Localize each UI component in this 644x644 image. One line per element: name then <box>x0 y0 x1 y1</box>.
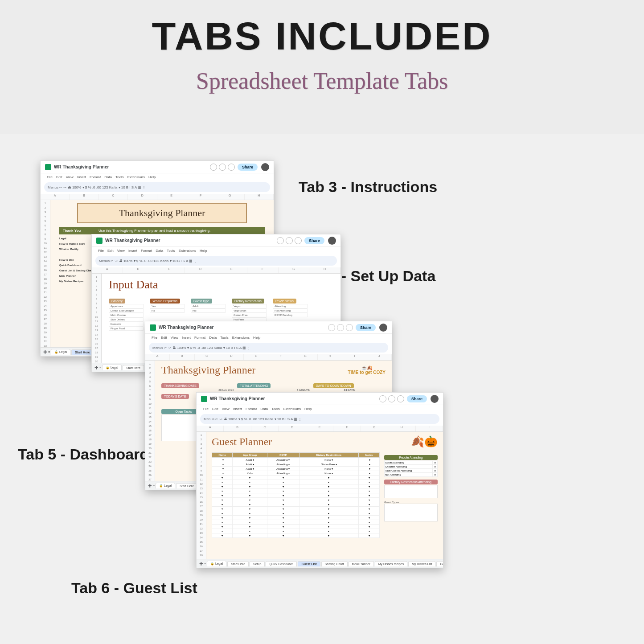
menu-bar[interactable]: FileEditViewInsertFormatDataToolsExtensi… <box>41 173 274 180</box>
tab-legal[interactable]: 🔒 Legal <box>207 561 226 566</box>
tab-meal-planner[interactable]: Meal Planner <box>349 561 374 566</box>
sheets-icon <box>150 324 156 331</box>
avatar[interactable] <box>379 324 387 332</box>
tab-start-here[interactable]: Start Here <box>71 349 93 355</box>
tab-quick-dashboard[interactable]: Quick Dashboard <box>266 561 297 566</box>
preview-canvas: Tab 3 - Instructions Tab 4 - Set Up Data… <box>0 134 644 644</box>
comment-icon[interactable] <box>286 237 293 244</box>
meet-icon[interactable] <box>397 395 404 402</box>
tab-grocery-shopping-list[interactable]: Grocery Shopping List <box>436 561 443 566</box>
meet-icon[interactable] <box>295 237 302 244</box>
history-icon[interactable] <box>379 395 386 402</box>
avatar[interactable] <box>328 237 336 245</box>
tab-legal[interactable]: 🔒 Legal <box>102 365 122 370</box>
banner-title: Thanksgiving Planner <box>119 207 205 218</box>
toolbar[interactable]: Menus ⤺ ⤻ 🖶 100% ▾ $ % .0 .00 123 Karla … <box>44 182 270 192</box>
tab-seating-chart[interactable]: Seating Chart <box>321 561 348 566</box>
label-tab5: Tab 5 - Dashboard <box>18 446 149 463</box>
share-button[interactable]: Share <box>238 164 258 171</box>
comment-icon[interactable] <box>219 164 226 171</box>
sheets-icon <box>45 164 51 170</box>
tab-guest-list[interactable]: Guest List <box>298 561 320 566</box>
avatar[interactable] <box>261 163 269 171</box>
input-data-heading: Input Data <box>109 278 333 291</box>
menu-bar[interactable]: FileEditViewInsertFormatDataToolsExtensi… <box>92 247 340 254</box>
menu-bar[interactable]: FileEditViewInsertFormatDataToolsExtensi… <box>197 405 443 412</box>
share-button[interactable]: Share <box>407 395 427 402</box>
comment-icon[interactable] <box>388 395 395 402</box>
tab-my-dishes-list[interactable]: My Dishes List <box>408 561 436 566</box>
page-title: TABS INCLUDED <box>0 13 644 59</box>
meet-icon[interactable] <box>228 164 235 171</box>
meet-icon[interactable] <box>346 324 353 331</box>
avatar[interactable] <box>431 395 439 403</box>
sheets-icon <box>201 396 207 402</box>
tab-start-here[interactable]: Start Here <box>176 483 197 488</box>
toolbar[interactable]: Menus ⤺ ⤻ 🖶 100% ▾ $ % .0 .00 123 Karla … <box>149 343 388 353</box>
tab-legal[interactable]: 🔒 Legal <box>51 349 70 355</box>
dietary-header: Dietary Restrictions Attending <box>384 480 438 484</box>
doc-name: WR Thanksgiving Planner <box>54 164 109 169</box>
dashboard-heading: Thanksgiving Planner <box>161 364 255 376</box>
tab-my-dishes-recipes[interactable]: My Dishes recipes <box>375 561 407 566</box>
toolbar[interactable]: Menus ⤺ ⤻ 🖶 100% ▾ $ % .0 .00 123 Karla … <box>200 414 439 424</box>
tab-start-here[interactable]: Start Here <box>227 561 249 566</box>
history-icon[interactable] <box>328 324 335 331</box>
thank-you-header: Thank You <box>63 229 98 233</box>
people-attending-header: People Attending <box>384 455 438 460</box>
label-tab6: Tab 6 - Guest List <box>71 579 197 597</box>
pumpkin-icon: 🍂🎃 <box>411 435 438 448</box>
page-subtitle: Spreadsheet Template Tabs <box>0 68 644 94</box>
sheet-tabs[interactable]: ➕≡ 🔒 LegalStart HereSetupQuick Dashboard… <box>197 559 443 568</box>
tab-legal[interactable]: 🔒 Legal <box>156 483 175 488</box>
tab-start-here[interactable]: Start Here <box>123 365 144 370</box>
menu-bar[interactable]: FileEditViewInsertFormatDataToolsExtensi… <box>145 334 392 341</box>
toolbar[interactable]: Menus ⤺ ⤻ 🖶 100% ▾ $ % .0 .00 123 Karla … <box>95 256 337 266</box>
history-icon[interactable] <box>210 164 217 171</box>
tab-setup[interactable]: Setup <box>250 561 265 566</box>
history-icon[interactable] <box>277 237 284 244</box>
screenshot-guest-list: WR Thanksgiving Planner Share FileEditVi… <box>196 392 443 568</box>
sheets-icon <box>96 238 103 244</box>
share-button[interactable]: Share <box>304 237 324 244</box>
label-tab3: Tab 3 - Instructions <box>299 178 437 196</box>
share-button[interactable]: Share <box>356 324 376 331</box>
comment-icon[interactable] <box>337 324 344 331</box>
cozy-badge: ☕🍂TIME to get COZY <box>348 366 386 375</box>
guest-heading: Guest Planner <box>212 436 272 448</box>
